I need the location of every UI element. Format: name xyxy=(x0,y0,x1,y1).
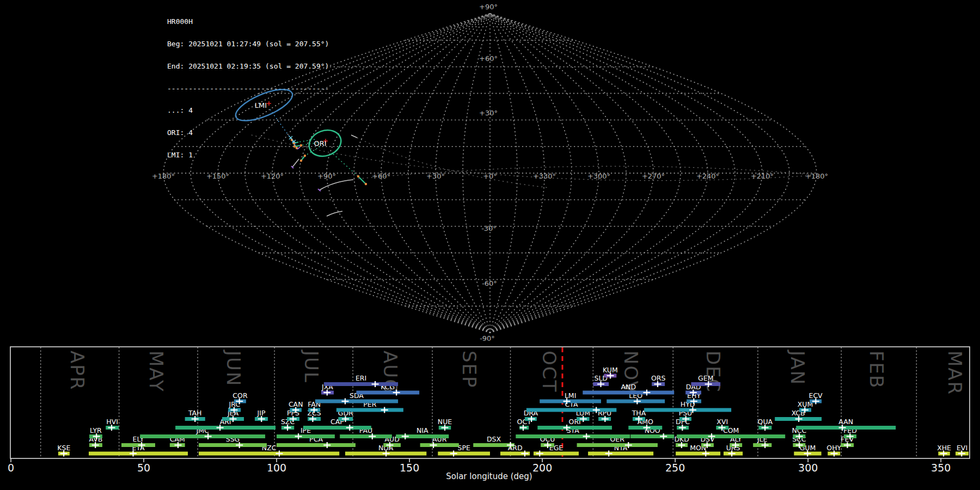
latitude-label: -60° xyxy=(482,279,497,287)
radiant-label-LMI: LMI xyxy=(255,101,267,109)
bar-ARI xyxy=(175,426,275,430)
month-label-DEC: DEC xyxy=(702,351,724,393)
bar-PER xyxy=(336,408,403,412)
month-label-JUN: JUN xyxy=(223,350,244,387)
bar-ORI xyxy=(537,426,612,430)
bar-label-KUM: KUM xyxy=(603,366,618,374)
latitude-label: -30° xyxy=(481,224,497,232)
bar-NZC xyxy=(199,452,339,456)
bar-label-AAN: AAN xyxy=(838,418,853,426)
bar-SDA xyxy=(315,400,398,403)
bar-label-THA: THA xyxy=(632,409,646,417)
bar-label-LYR: LYR xyxy=(90,426,102,434)
latitude-label: +60° xyxy=(479,54,498,63)
bar-label-AND: AND xyxy=(621,383,636,391)
bar-COM xyxy=(677,434,785,438)
bar-KCG xyxy=(356,391,419,395)
x-tick-label: 100 xyxy=(267,462,286,474)
south-pole-label: -90° xyxy=(480,334,495,342)
x-tick-label: 50 xyxy=(137,462,150,474)
bar-STA xyxy=(516,434,630,438)
x-tick-label: 350 xyxy=(931,462,951,474)
month-label-MAY: MAY xyxy=(145,351,167,393)
month-label-JAN: JAN xyxy=(787,350,808,385)
longitude-label: +240° xyxy=(696,172,719,180)
bar-label-ECV: ECV xyxy=(808,391,823,400)
shower-trail-pointing-line xyxy=(270,109,292,140)
trail-endpoint-dot xyxy=(304,155,306,157)
north-pole-label: +90° xyxy=(479,3,498,11)
x-axis-title: Solar longitude (deg) xyxy=(446,471,532,481)
longitude-label: +180° xyxy=(152,172,175,180)
radiant-map-and-activity-chart: LMIORI+90°-90°+60°+30°-30°-60°+180°+150°… xyxy=(0,0,980,490)
longitude-label: +300° xyxy=(587,172,610,180)
longitude-label: +210° xyxy=(751,172,774,180)
bar-label-QUA: QUA xyxy=(758,418,773,426)
sporadic-meteor-trail xyxy=(320,180,353,190)
x-tick-label: 250 xyxy=(665,462,685,474)
trail-endpoint-dot xyxy=(365,183,367,185)
latitude-label: +30° xyxy=(479,109,498,117)
bar-AAN xyxy=(796,426,896,430)
x-tick-label: 300 xyxy=(798,462,818,474)
longitude-label: +60° xyxy=(372,172,390,180)
longitude-label: +30° xyxy=(426,172,445,180)
bar-IPE xyxy=(277,434,335,438)
screenshot-root: HR000H Beg: 20251021 01:27:49 (sol = 207… xyxy=(0,0,980,490)
bar-AND xyxy=(583,391,674,395)
trail-endpoint-dot xyxy=(357,175,359,177)
bar-CTA xyxy=(526,408,616,412)
longitude-label: +330° xyxy=(533,172,556,180)
bar-LMI xyxy=(540,400,601,403)
bar-NTA xyxy=(588,452,653,456)
shower-trail-pointing-line xyxy=(298,139,315,142)
bar-SPE xyxy=(438,452,490,456)
bar-label-HVI: HVI xyxy=(106,418,118,426)
bar-CAP xyxy=(303,426,371,430)
bar-ERI xyxy=(324,382,398,386)
activity-chart: APRMAYJUNJULAUGSEPOCTNOVDECJANFEBMARKSEE… xyxy=(8,347,970,481)
bar-JMC xyxy=(140,434,265,438)
longitude-label: +150° xyxy=(206,172,229,180)
month-label-OCT: OCT xyxy=(538,351,560,393)
trail-endpoint-dot xyxy=(300,144,302,146)
bar-label-KSE: KSE xyxy=(57,444,70,452)
trail-endpoint-dot xyxy=(293,145,296,148)
x-tick-label: 150 xyxy=(400,462,419,474)
trail-endpoint-dot xyxy=(300,160,302,162)
bar-SSG xyxy=(199,443,267,447)
sporadic-extension-line xyxy=(357,138,550,188)
sporadic-meteor-trail xyxy=(292,159,299,167)
shower-meteor-trail xyxy=(358,176,366,184)
bar-OER xyxy=(577,443,658,447)
bar-label-XHE: XHE xyxy=(937,444,951,452)
longitude-label: +270° xyxy=(642,172,665,180)
sporadic-meteor-trail xyxy=(351,135,357,138)
bar-PAU xyxy=(340,434,392,438)
bar-label-LMI: LMI xyxy=(565,391,576,400)
bar-label-ORS: ORS xyxy=(651,374,666,382)
longitude-label: +0° xyxy=(483,172,497,180)
bar-MON xyxy=(676,452,720,456)
bar-label-TAH: TAH xyxy=(188,409,202,417)
bar-label-OHY: OHY xyxy=(826,444,841,452)
bar-AUR xyxy=(420,443,459,447)
month-label-MAR: MAR xyxy=(944,351,966,395)
bar-label-COR: COR xyxy=(232,391,248,400)
bar-label-JIP: JIP xyxy=(257,409,266,417)
month-label-FEB: FEB xyxy=(866,351,887,389)
bar-label-CAN: CAN xyxy=(289,400,303,408)
bar-label-SPE: SPE xyxy=(457,444,470,452)
bar-label-NUE: NUE xyxy=(438,418,452,426)
bar-PCA xyxy=(277,443,356,447)
bar-HYD xyxy=(644,408,731,412)
bar-label-ERI: ERI xyxy=(356,374,366,382)
longitude-label: +120° xyxy=(261,172,284,180)
radiant-label-ORI: ORI xyxy=(314,139,326,148)
month-label-SEP: SEP xyxy=(458,351,480,389)
bar-NOO xyxy=(630,434,674,438)
bar-label-XVI: XVI xyxy=(716,418,728,426)
bar-label-NIA: NIA xyxy=(416,426,428,434)
longitude-label: +90° xyxy=(317,172,336,180)
month-label-JUL: JUL xyxy=(301,350,322,383)
